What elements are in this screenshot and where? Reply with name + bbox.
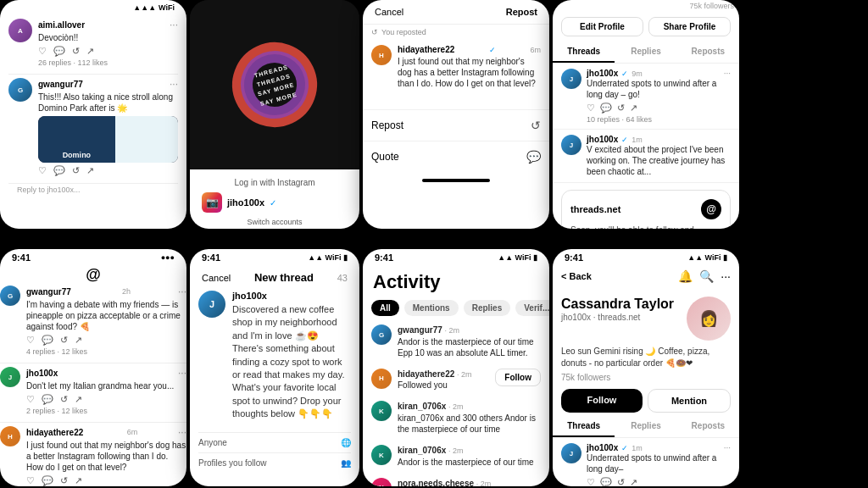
like-icon[interactable]: ♡	[26, 394, 35, 405]
repost-icon[interactable]: ↺	[72, 46, 80, 57]
like-icon[interactable]: ♡	[587, 477, 595, 486]
activity-item: N nora.needs.cheese · 2m Andor is the ma…	[363, 473, 549, 486]
post-text: I'm having a debate with my friends — is…	[26, 299, 186, 332]
profile-tabs-8: Threads Replies Reposts	[553, 416, 739, 438]
more-icon[interactable]: ···	[724, 443, 731, 452]
thread-post: A aimi.allover ··· Devociòn!! ♡ 💬 ↺ ↗ 26…	[8, 19, 178, 67]
quote-option-icon: 💬	[526, 150, 541, 164]
more-icon[interactable]: ···	[170, 78, 178, 90]
back-button[interactable]: < Back	[561, 271, 592, 281]
status-bar-8: 9:41 ▲▲ WiFi ▮	[553, 249, 739, 264]
post-actions: ♡ 💬 ↺ ↗	[38, 165, 178, 176]
tab-all[interactable]: All	[371, 300, 399, 316]
post-time: 1m	[632, 444, 643, 452]
threads-logo-header: @	[0, 264, 186, 286]
repost-confirm-button[interactable]: Repost	[506, 7, 537, 17]
share-icon[interactable]: ↗	[75, 475, 82, 486]
post-time: 9m	[632, 69, 643, 78]
quote-option[interactable]: Quote 💬	[363, 141, 549, 172]
profile-bio: Leo sun Gemini rising 🌙 Coffee, pizza, d…	[561, 346, 731, 369]
like-icon[interactable]: ♡	[26, 475, 35, 486]
comment-icon[interactable]: 💬	[53, 165, 65, 176]
reply-bar[interactable]: Reply to jho100x...	[8, 183, 178, 196]
share-icon[interactable]: ↗	[86, 165, 94, 176]
like-icon[interactable]: ♡	[38, 46, 47, 57]
repost-option[interactable]: Repost ↺	[363, 109, 549, 141]
profile-header: < Back 🔔 🔍 ···	[553, 264, 739, 288]
mention-button[interactable]: Mention	[648, 389, 731, 413]
repost-icon[interactable]: ↺	[617, 477, 625, 486]
audience-profiles[interactable]: Profiles you follow 👥	[198, 452, 351, 473]
comment-icon[interactable]: 💬	[600, 103, 612, 114]
tab-threads[interactable]: Threads	[553, 42, 615, 63]
compose-footer: Anyone 🌐 Profiles you follow 👥	[190, 432, 359, 473]
repost-icon[interactable]: ↺	[617, 103, 625, 114]
repost-icon[interactable]: ↺	[72, 165, 80, 176]
switch-accounts[interactable]: Switch accounts	[202, 218, 348, 226]
more-icon[interactable]: ···	[721, 269, 731, 283]
like-icon[interactable]: ♡	[38, 165, 47, 176]
tab-verified[interactable]: Verif...	[515, 300, 549, 316]
more-icon[interactable]: ···	[178, 426, 186, 438]
share-icon[interactable]: ↗	[86, 46, 94, 57]
cancel-button[interactable]: Cancel	[202, 273, 231, 283]
activity-item: K kiran_0706x · 2m Andor is the masterpi…	[363, 440, 549, 473]
repost-thread-post: H hidayathere22 ✓ 6m I just found out th…	[371, 45, 541, 91]
login-user[interactable]: 📷 jiho100x ✓	[202, 192, 348, 213]
activity-item: H hidayathere22 · 2m Followed you Follow	[363, 363, 549, 396]
share-icon[interactable]: ↗	[630, 103, 637, 114]
audience-anyone[interactable]: Anyone 🌐	[198, 432, 351, 452]
avatar: G	[0, 286, 20, 306]
more-icon[interactable]: ···	[178, 367, 186, 379]
follow-button[interactable]: Follow	[561, 389, 643, 413]
login-section: Log in with Instagram 📷 jiho100x ✓ Switc…	[190, 169, 359, 229]
tab-replies[interactable]: Replies	[615, 42, 676, 63]
more-icon[interactable]: ···	[178, 286, 186, 297]
like-icon[interactable]: ♡	[26, 335, 35, 346]
avatar: A	[8, 19, 32, 42]
phone-threads-logo: THREADSTHREADSSAY MORESAY MORE Log in wi…	[190, 0, 359, 229]
post-text: Underrated spots to unwind after a long …	[587, 78, 731, 100]
search-icon[interactable]: 🔍	[699, 269, 714, 283]
comment-icon[interactable]: 💬	[600, 477, 612, 486]
share-profile-button[interactable]: Share Profile	[648, 17, 731, 36]
comment-icon[interactable]: 💬	[42, 394, 53, 405]
comment-icon[interactable]: 💬	[42, 475, 53, 486]
tab-threads[interactable]: Threads	[553, 416, 615, 437]
verified-badge: ✓	[621, 69, 628, 78]
share-icon[interactable]: ↗	[75, 335, 82, 346]
profile-tabs: Threads Replies Reposts	[553, 42, 739, 64]
post-username: gwangur77	[38, 80, 83, 89]
notification-icon[interactable]: 🔔	[678, 269, 693, 283]
status-bar-1: ▲▲▲ WiFi	[0, 0, 186, 14]
repost-icon[interactable]: ↺	[60, 475, 68, 486]
threads-logo-visual: THREADSTHREADSSAY MORESAY MORE	[224, 34, 326, 136]
compose-text[interactable]: Discovered a new coffee shop in my neigh…	[232, 303, 351, 421]
feed-content-5: G gwangur77 2h ··· I'm having a debate w…	[0, 286, 186, 486]
post-image: Domino	[38, 116, 178, 163]
tab-reposts[interactable]: Reposts	[677, 416, 739, 437]
share-icon[interactable]: ↗	[630, 477, 637, 486]
comment-icon[interactable]: 💬	[53, 46, 65, 57]
more-icon[interactable]: ···	[170, 19, 178, 30]
repost-icon[interactable]: ↺	[60, 394, 68, 405]
like-icon[interactable]: ♡	[587, 103, 595, 114]
repost-icon[interactable]: ↺	[60, 335, 68, 346]
tab-reposts[interactable]: Reposts	[677, 42, 739, 63]
followers-count: 75k followers	[561, 373, 731, 382]
more-icon[interactable]: ···	[724, 69, 731, 78]
tab-replies[interactable]: Replies	[464, 300, 511, 316]
tab-replies[interactable]: Replies	[615, 416, 676, 437]
repost-post-content: H hidayathere22 ✓ 6m I just found out th…	[363, 40, 549, 103]
post-time: 1m	[632, 136, 643, 144]
cancel-button[interactable]: Cancel	[375, 7, 403, 17]
comment-icon[interactable]: 💬	[42, 335, 53, 346]
share-icon[interactable]: ↗	[75, 394, 82, 405]
tab-mentions[interactable]: Mentions	[404, 300, 459, 316]
divider	[0, 363, 186, 363]
edit-profile-button[interactable]: Edit Profile	[561, 17, 643, 36]
threads-logo-text: @	[86, 266, 101, 284]
status-bar-5: 9:41 ●●●	[0, 249, 186, 264]
thread-post: J jho100x ··· Don't let my Italian grand…	[0, 367, 186, 415]
follow-button[interactable]: Follow	[495, 369, 541, 386]
